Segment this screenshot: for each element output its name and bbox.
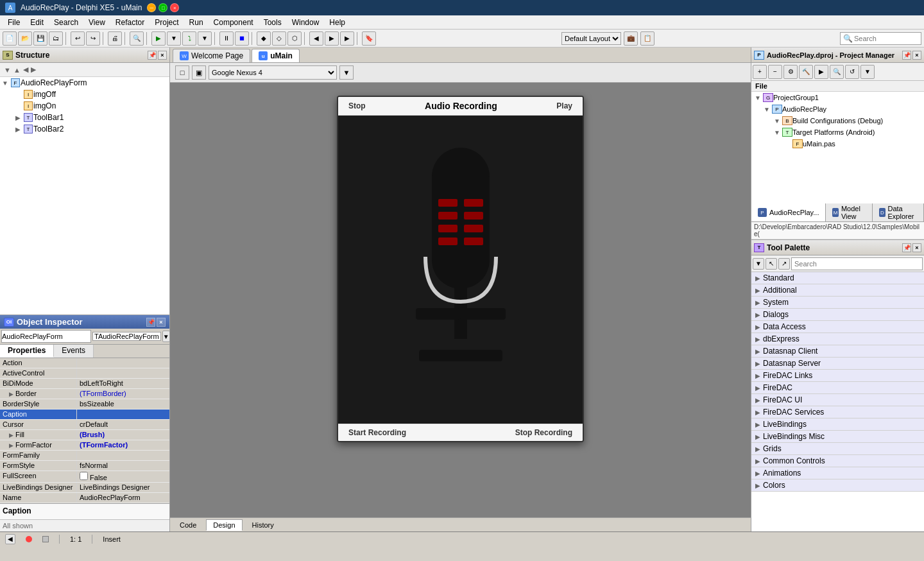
layout-store[interactable]: 💼 xyxy=(624,31,638,46)
pm-item-projectgroup[interactable]: ▼ G ProjectGroup1 xyxy=(751,92,924,103)
oi-close-button[interactable]: × xyxy=(157,318,166,327)
device-start-recording-btn[interactable]: Start Recording xyxy=(348,428,406,437)
tool-palette-search[interactable] xyxy=(791,257,923,270)
tree-item-form[interactable]: ▼ F AudioRecPlayForm xyxy=(0,77,169,89)
oi-prop-caption[interactable]: Caption xyxy=(0,410,169,420)
tp-category-datasnapserver[interactable]: ▶ Datasnap Server xyxy=(751,358,924,370)
menu-help[interactable]: Help xyxy=(324,17,350,28)
tree-expand-form[interactable]: ▼ xyxy=(0,78,10,88)
layout-recall[interactable]: 📋 xyxy=(640,31,654,46)
pause-button[interactable]: ⏸ xyxy=(219,31,234,46)
pm-expand-projectgroup[interactable]: ▼ xyxy=(753,92,763,103)
redo-button[interactable]: ↪ xyxy=(86,31,100,46)
print-button[interactable]: 🖨 xyxy=(108,31,122,46)
pm-expand-targetplatforms[interactable]: ▼ xyxy=(772,127,782,137)
tp-category-livebindingsmisc[interactable]: ▶ LiveBindings Misc xyxy=(751,431,924,443)
tree-expand-toolbar2[interactable]: ▶ xyxy=(13,124,23,134)
run-dropdown[interactable]: ▼ xyxy=(167,31,181,46)
new-button[interactable]: 📄 xyxy=(3,31,17,46)
pm-add-btn[interactable]: + xyxy=(753,65,767,79)
design-mode-btn2[interactable]: ▣ xyxy=(192,65,206,80)
tp-pin-button[interactable]: 📌 xyxy=(902,243,911,252)
oi-object-name-input[interactable] xyxy=(1,330,91,343)
oi-prop-bidimode[interactable]: BiDiMode bdLeftToRight xyxy=(0,379,169,389)
layout-select[interactable]: Default Layout xyxy=(561,32,621,45)
oi-tab-properties[interactable]: Properties xyxy=(0,345,54,358)
oi-prop-livebindings[interactable]: LiveBindings Designer LiveBindings Desig… xyxy=(0,483,169,493)
oi-prop-fill[interactable]: ▶Fill (Brush) xyxy=(0,430,169,440)
oi-prop-borderstyle[interactable]: BorderStyle bsSizeable xyxy=(0,399,169,410)
menu-tools[interactable]: Tools xyxy=(259,17,287,28)
tp-close-button[interactable]: × xyxy=(912,243,921,252)
pm-more-btn3[interactable]: ↺ xyxy=(845,65,859,79)
tp-category-firedacservices[interactable]: ▶ FireDAC Services xyxy=(751,406,924,419)
structure-pin-button[interactable]: 📌 xyxy=(148,51,157,60)
oi-prop-name-row[interactable]: Name AudioRecPlayForm xyxy=(0,493,169,503)
save-button[interactable]: 💾 xyxy=(33,31,47,46)
device-stop-btn[interactable]: Stop xyxy=(348,101,366,110)
nav-next-icon[interactable]: ▶ xyxy=(30,65,37,74)
trace-button[interactable]: ⤵ xyxy=(182,31,196,46)
nav-prev-icon[interactable]: ◀ xyxy=(22,65,30,74)
menu-component[interactable]: Component xyxy=(209,17,259,28)
pm-expand-buildconfig[interactable]: ▼ xyxy=(772,116,782,126)
menu-refactor[interactable]: Refactor xyxy=(110,17,150,28)
tp-category-commoncontrols[interactable]: ▶ Common Controls xyxy=(751,455,924,467)
menu-window[interactable]: Window xyxy=(287,17,325,28)
oi-prop-border[interactable]: ▶Border (TFormBorder) xyxy=(0,389,169,399)
oi-dropdown-button[interactable]: ▼ xyxy=(162,331,169,342)
menu-run[interactable]: Run xyxy=(184,17,209,28)
nav-back[interactable]: ◀ xyxy=(309,31,323,46)
open-button[interactable]: 📂 xyxy=(18,31,32,46)
trace-dropdown[interactable]: ▼ xyxy=(198,31,212,46)
tab-umain[interactable]: u uMain xyxy=(252,49,300,62)
tp-category-dbexpress[interactable]: ▶ dbExpress xyxy=(751,333,924,345)
pm-item-umain[interactable]: F uMain.pas xyxy=(751,138,924,150)
undo-button[interactable]: ↩ xyxy=(71,31,85,46)
close-button[interactable]: × xyxy=(170,3,179,12)
fullscreen-checkbox[interactable] xyxy=(80,472,88,480)
tp-category-grids[interactable]: ▶ Grids xyxy=(751,443,924,455)
oi-prop-action[interactable]: Action xyxy=(0,358,169,368)
tp-category-animations[interactable]: ▶ Animations xyxy=(751,467,924,479)
device-selector[interactable]: Google Nexus 4 xyxy=(209,65,337,80)
menu-edit[interactable]: Edit xyxy=(25,17,49,28)
tp-category-dialogs[interactable]: ▶ Dialogs xyxy=(751,309,924,321)
pm-item-audiorecplay[interactable]: ▼ P AudioRecPlay xyxy=(751,103,924,115)
pm-item-buildconfig[interactable]: ▼ B Build Configurations (Debug) xyxy=(751,115,924,126)
tp-category-datasnapclient[interactable]: ▶ Datasnap Client xyxy=(751,345,924,358)
tp-category-firedacui[interactable]: ▶ FireDAC UI xyxy=(751,394,924,406)
oi-prop-formfactor[interactable]: ▶FormFactor (TFormFactor) xyxy=(0,440,169,451)
menu-search[interactable]: Search xyxy=(49,17,83,28)
pm-pin-button[interactable]: 📌 xyxy=(902,51,911,60)
find-button[interactable]: 🔍 xyxy=(130,31,144,46)
tree-item-imgoff[interactable]: I imgOff xyxy=(0,89,169,100)
expand-all-icon[interactable]: ▲ xyxy=(12,66,22,74)
toolbar-search-input[interactable] xyxy=(854,35,918,42)
pm-expand-audiorecplay[interactable]: ▼ xyxy=(762,104,772,114)
tp-category-standard[interactable]: ▶ Standard xyxy=(751,272,924,284)
pm-item-targetplatforms[interactable]: ▼ T Target Platforms (Android) xyxy=(751,126,924,138)
collapse-all-icon[interactable]: ▼ xyxy=(3,66,12,74)
run-button[interactable]: ▶ xyxy=(151,31,166,46)
tp-pointer-btn[interactable]: ↗ xyxy=(778,258,790,270)
pm-more-btn2[interactable]: 🔍 xyxy=(830,65,844,79)
rb-tab-audiorecplay[interactable]: P AudioRecPlay... xyxy=(751,203,826,221)
save-all-button[interactable]: 🗂 xyxy=(49,31,63,46)
tree-item-toolbar2[interactable]: ▶ T ToolBar2 xyxy=(0,123,169,135)
tab-design[interactable]: Design xyxy=(206,519,242,531)
pm-options-btn[interactable]: ⚙ xyxy=(783,65,798,79)
oi-prop-activecontrol[interactable]: ActiveControl xyxy=(0,368,169,379)
tp-options-btn[interactable]: ▼ xyxy=(753,258,764,270)
bookmark-button[interactable]: 🔖 xyxy=(362,31,376,46)
rb-tab-modelview[interactable]: M Model View xyxy=(826,203,873,221)
toggle-button1[interactable]: ◆ xyxy=(257,31,271,46)
oi-tab-events[interactable]: Events xyxy=(54,345,94,358)
pm-build-btn[interactable]: 🔨 xyxy=(799,65,813,79)
tab-history[interactable]: History xyxy=(245,519,281,531)
tp-category-colors[interactable]: ▶ Colors xyxy=(751,479,924,492)
tree-item-imgon[interactable]: I imgOn xyxy=(0,100,169,112)
tree-expand-toolbar1[interactable]: ▶ xyxy=(13,112,23,123)
oi-prop-formstyle[interactable]: FormStyle fsNormal xyxy=(0,461,169,471)
toggle-button3[interactable]: ⬡ xyxy=(287,31,302,46)
